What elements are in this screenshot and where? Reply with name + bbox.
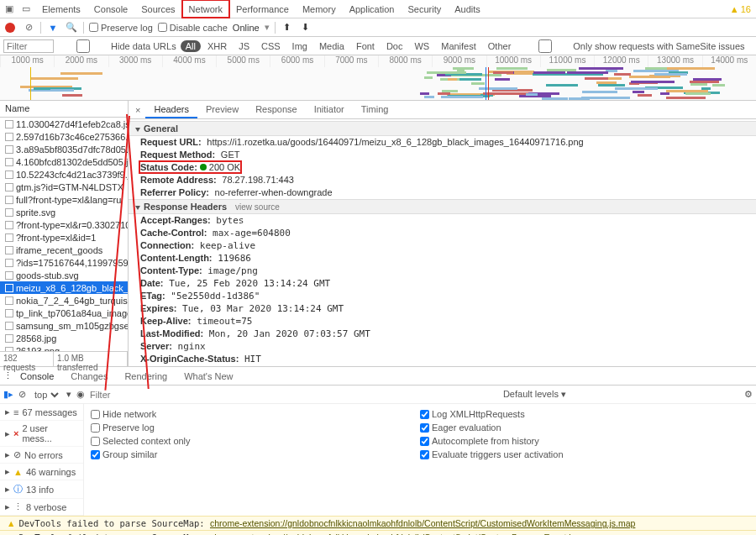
main-area: Name 11.0300427d4f1efeb2ca8.js2.597d16b7… [0, 101, 756, 366]
detail-tab-preview[interactable]: Preview [197, 102, 247, 118]
eye-icon[interactable]: ◉ [76, 389, 85, 400]
inspect-icon[interactable]: ▣ [2, 2, 17, 17]
detail-tab-initiator[interactable]: Initiator [306, 102, 353, 118]
search-icon[interactable]: 🔍 [65, 21, 78, 34]
download-icon[interactable]: ⬇ [299, 21, 312, 34]
sidebar-toggle-icon[interactable]: ▮▸ [3, 389, 13, 400]
filter-xhr[interactable]: XHR [202, 40, 232, 52]
console-opt[interactable]: Eager evaluation [420, 421, 749, 434]
samesite-checkbox[interactable]: Only show requests with SameSite issues [520, 39, 744, 53]
filter-ws[interactable]: WS [409, 40, 434, 52]
filter-input[interactable] [3, 39, 54, 53]
device-icon[interactable]: ▭ [18, 2, 34, 17]
request-row[interactable]: ?front-type=xl&id=1 [0, 231, 128, 244]
request-row[interactable]: ?front-type=xl&r=0.33027101 [0, 218, 128, 231]
request-row[interactable]: 11.0300427d4f1efeb2ca8.js [0, 118, 128, 130]
request-row[interactable]: meizu_x8_6_128gb_black_ima [0, 281, 128, 294]
console-opt[interactable]: Preserve log [91, 421, 420, 434]
console-sidebar: ▸≡67 messages▸×2 user mess...▸⊘No errors… [0, 404, 84, 516]
filter-all[interactable]: All [181, 40, 201, 52]
request-row[interactable]: full?front-type=xl&lang=ru [0, 193, 128, 206]
console-opt[interactable]: Hide network [91, 407, 420, 421]
tab-audits[interactable]: Audits [448, 0, 487, 18]
console-filter-input[interactable] [90, 390, 498, 400]
request-row[interactable]: tp_link_tp7061a84ua_images_ [0, 307, 128, 319]
console-filter-item[interactable]: ▸⊘No errors [0, 447, 83, 464]
upload-icon[interactable]: ⬆ [281, 21, 294, 34]
console-opt[interactable]: Selected context only [91, 434, 420, 448]
console-filter-item[interactable]: ▸▲46 warnings [0, 464, 83, 480]
clear-button[interactable]: ⊘ [22, 21, 35, 34]
detail-tab-headers[interactable]: Headers [145, 102, 197, 118]
tab-console[interactable]: Console [87, 0, 134, 18]
console-filter-item[interactable]: ▸≡67 messages [0, 404, 83, 421]
filter-font[interactable]: Font [351, 40, 380, 52]
devtools-topbar: ▣ ▭ ElementsConsoleSourcesNetworkPerform… [0, 0, 756, 18]
request-row[interactable]: 4.160bfcd81302de5dd505.js [0, 155, 128, 168]
console-opt[interactable]: Group similar [91, 448, 420, 461]
hide-dataurls-checkbox[interactable]: Hide data URLs [58, 39, 176, 53]
panel-tabs: ElementsConsoleSourcesNetworkPerformance… [35, 0, 487, 18]
request-row[interactable]: iframe_recent_goods [0, 244, 128, 256]
tab-elements[interactable]: Elements [35, 0, 87, 18]
filter-img[interactable]: Img [287, 40, 312, 52]
tab-security[interactable]: Security [401, 0, 448, 18]
sourcemap-link[interactable]: chrome-extension://gnldobnocfnlkkicnaolm… [210, 518, 635, 528]
context-select[interactable]: top [31, 389, 61, 401]
status-code-row: Status Code:200 OK [140, 162, 240, 172]
detail-tab-timing[interactable]: Timing [353, 102, 397, 118]
console-warning-row: ▲DevTools failed to parse SourceMap: chr… [0, 530, 756, 535]
filter-js[interactable]: JS [234, 40, 255, 52]
console-opt[interactable]: Autocomplete from history [420, 434, 749, 448]
disable-cache-checkbox[interactable]: Disable cache [158, 23, 228, 33]
console-opt[interactable]: Evaluate triggers user activation [420, 448, 749, 461]
drawer-tab-rendering[interactable]: Rendering [116, 369, 176, 384]
drawer-tab-whatsnew[interactable]: What's New [176, 369, 241, 384]
console-opt[interactable]: Log XMLHttpRequests [420, 407, 749, 421]
tab-sources[interactable]: Sources [134, 0, 181, 18]
clear-console-icon[interactable]: ⊘ [18, 389, 26, 400]
view-source-link[interactable]: view source [235, 202, 280, 212]
overview-waterfall[interactable]: 1000 ms2000 ms3000 ms4000 ms5000 ms6000 … [0, 55, 756, 101]
tab-application[interactable]: Application [343, 0, 402, 18]
filter-manifest[interactable]: Manifest [436, 40, 481, 52]
throttle-select[interactable]: Online [233, 23, 260, 33]
console-filter-item[interactable]: ▸ⓘ13 info [0, 480, 83, 499]
request-row[interactable]: 3.a89a5bf8035d7dfc78d05.js [0, 143, 128, 155]
detail-panel: × HeadersPreviewResponseInitiatorTiming … [129, 101, 756, 366]
detail-tabs: × HeadersPreviewResponseInitiatorTiming [129, 101, 756, 119]
record-button[interactable] [3, 21, 17, 34]
tab-network[interactable]: Network [182, 0, 229, 18]
request-row[interactable]: goods-stub.svg [0, 269, 128, 281]
request-row[interactable]: sprite.svg [0, 206, 128, 218]
filter-icon[interactable]: ▼ [46, 21, 60, 34]
levels-select[interactable]: Default levels ▾ [503, 389, 566, 400]
filter-doc[interactable]: Doc [381, 40, 408, 52]
name-column-header[interactable]: Name [0, 101, 128, 118]
request-row[interactable]: 26193.png [0, 344, 128, 351]
console-filter-item[interactable]: ▸⋮8 verbose [0, 499, 83, 516]
request-row[interactable]: nokia_7_2_4_64gb_turquise_i... [0, 294, 128, 307]
tab-performance[interactable]: Performance [229, 0, 296, 18]
filter-bar: Hide data URLs AllXHRJSCSSImgMediaFontDo… [0, 37, 756, 55]
filter-media[interactable]: Media [314, 40, 349, 52]
tab-memory[interactable]: Memory [296, 0, 343, 18]
request-row[interactable]: ?ids=175167644,119979595,1 [0, 256, 128, 269]
preserve-log-checkbox[interactable]: Preserve log [89, 23, 153, 33]
request-row[interactable]: 28568.jpg [0, 332, 128, 344]
filter-css[interactable]: CSS [256, 40, 286, 52]
request-row[interactable]: gtm.js?id=GTM-N4LDSTX [0, 181, 128, 193]
detail-tab-response[interactable]: Response [247, 102, 306, 118]
request-row[interactable]: samsung_sm_m105gzbgsek_i... [0, 319, 128, 332]
warning-badge[interactable]: ▲ 16 [730, 4, 754, 14]
request-row[interactable]: 2.597d16b73c46ce275366.js [0, 130, 128, 143]
general-section[interactable]: General [129, 121, 756, 136]
status-bar: 182 requests1.0 MB transferred [0, 351, 128, 366]
drawer: ⋮ ConsoleChangesRenderingWhat's New ▮▸ ⊘… [0, 366, 756, 535]
settings-icon[interactable]: ⚙ [744, 389, 753, 400]
close-icon[interactable]: × [130, 105, 145, 115]
console-filter-item[interactable]: ▸×2 user mess... [0, 421, 83, 447]
response-headers-section[interactable]: Response Headersview source [129, 199, 756, 214]
request-row[interactable]: 10.52243cfc4d21ac3739f9.js [0, 168, 128, 181]
filter-other[interactable]: Other [483, 40, 517, 52]
